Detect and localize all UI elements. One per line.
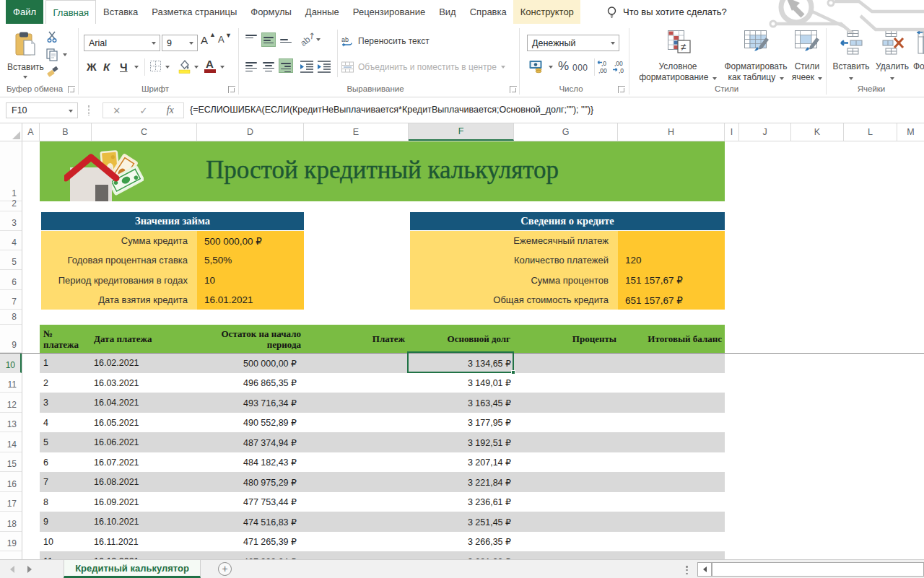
cell-balance[interactable]: 477 753,44 ₽ [197,492,304,512]
font-name-combo[interactable]: Arial [84,35,160,51]
hscroll-left-arrow[interactable] [697,562,712,577]
cell-num[interactable]: 11 [40,551,92,559]
comma-style-button[interactable]: 000 [572,63,588,73]
orientation-caret[interactable] [316,38,321,41]
loan-summary-value-3[interactable]: 651 157,67 ₽ [618,290,725,310]
cell-date[interactable]: 16.11.2021 [92,532,197,551]
copy-icon[interactable] [46,48,59,61]
name-box[interactable]: F10 [6,102,78,118]
row-header-16[interactable]: 16 [0,472,22,492]
name-box-splitter[interactable] [88,105,90,115]
row-header-5[interactable]: 5 [0,250,22,270]
cell-principal[interactable]: 3 266,35 ₽ [409,532,514,551]
column-header-F[interactable]: F [409,123,514,141]
align-right-icon[interactable] [279,58,293,73]
fill-color-caret[interactable] [194,66,199,69]
wrap-text-button[interactable]: ab Переносить текст [341,34,430,48]
format-cells-button[interactable]: Фор [913,28,924,95]
cell-num[interactable]: 6 [40,452,92,472]
cell-num[interactable]: 4 [40,413,92,432]
orientation-icon[interactable]: ab↗ [298,30,318,48]
cell-num[interactable]: 1 [40,353,92,373]
cell-balance[interactable]: 500 000,00 ₽ [197,353,304,373]
column-header-I[interactable]: I [725,123,739,141]
column-header-E[interactable]: E [304,123,409,141]
row-header-18[interactable]: 18 [0,512,22,532]
cell-principal[interactable]: 3 207,14 ₽ [409,452,514,472]
percent-style-button[interactable]: % [558,59,569,74]
row-header-2[interactable]: 2 [0,201,22,211]
row-header-10[interactable]: 10 [0,353,22,373]
cell-balance[interactable]: 490 552,89 ₽ [197,413,304,432]
row-header-14[interactable]: 14 [0,432,22,452]
enter-icon[interactable]: ✓ [139,105,147,116]
cell-date[interactable]: 16.08.2021 [92,472,197,492]
ribbon-tab-разметка-страницы[interactable]: Разметка страницы [145,0,244,24]
cell-num[interactable]: 10 [40,532,92,551]
cell-principal[interactable]: 3 192,51 ₽ [409,432,514,452]
loan-values-value-0[interactable]: 500 000,00 ₽ [197,231,304,250]
row-header-15[interactable]: 15 [0,452,22,472]
row-header-9[interactable]: 9 [0,325,22,353]
row-header-6[interactable]: 6 [0,270,22,290]
new-sheet-button[interactable]: + [218,562,232,576]
row-header-19[interactable]: 19 [0,532,22,551]
row-header-4[interactable]: 4 [0,231,22,250]
cell-principal[interactable]: 3 281,32 ₽ [409,551,514,559]
underline-caret[interactable] [134,66,139,69]
ribbon-tab-конструктор[interactable]: Конструктор [513,0,580,24]
font-color-icon[interactable]: А [206,58,214,70]
row-header-11[interactable]: 11 [0,373,22,393]
font-color-caret[interactable] [220,66,225,69]
cell-principal[interactable]: 3 177,95 ₽ [409,413,514,432]
column-header-H[interactable]: H [618,123,725,141]
number-dialog-launcher[interactable] [618,86,625,93]
number-format-combo[interactable]: Денежный [527,35,619,51]
align-bottom-icon[interactable] [279,32,293,47]
column-header-J[interactable]: J [739,123,791,141]
sheet-area[interactable]: Простой кредитный калькуляторЗначения за… [22,141,924,559]
font-size-combo[interactable]: 9 [162,35,198,51]
cell-balance[interactable]: 467 999,04 ₽ [197,551,304,559]
cell-principal[interactable]: 3 221,84 ₽ [409,472,514,492]
decrease-font-icon[interactable]: А▼ [218,34,225,45]
cell-principal[interactable]: 3 149,01 ₽ [409,373,514,393]
tab-bar-resize-handle[interactable] [686,564,688,576]
cell-date[interactable]: 16.06.2021 [92,432,197,452]
row-header-8[interactable]: 8 [0,310,22,325]
cell-balance[interactable]: 487 374,94 ₽ [197,432,304,452]
column-header-L[interactable]: L [844,123,897,141]
sheet-nav-right-icon[interactable] [27,566,32,573]
loan-summary-value-2[interactable]: 151 157,67 ₽ [618,270,725,290]
cell-date[interactable]: 16.03.2021 [92,373,197,393]
cell-date[interactable]: 16.10.2021 [92,512,197,532]
decrease-indent-icon[interactable] [300,60,314,73]
cell-principal[interactable]: 3 251,45 ₽ [409,512,514,532]
cancel-icon[interactable]: ✕ [113,105,121,116]
column-header-K[interactable]: K [791,123,844,141]
underline-button[interactable]: Ч [120,61,128,73]
cell-num[interactable]: 3 [40,393,92,413]
alignment-dialog-launcher[interactable] [510,86,517,93]
row-header-7[interactable]: 7 [0,290,22,310]
cell-num[interactable]: 2 [40,373,92,393]
cell-num[interactable]: 8 [40,492,92,512]
formula-input[interactable]: {=ЕСЛИОШИБКА(ЕСЛИ(КредитНеВыплачивается*… [190,105,593,115]
ribbon-tab-рецензирование[interactable]: Рецензирование [346,0,432,24]
borders-icon[interactable] [149,60,162,73]
loan-summary-value-0[interactable] [618,231,725,250]
align-center-icon[interactable] [261,58,276,73]
cell-balance[interactable]: 471 265,39 ₽ [197,532,304,551]
column-header-D[interactable]: D [197,123,304,141]
file-tab[interactable]: Файл [6,0,43,24]
column-header-A[interactable]: A [22,123,40,141]
ribbon-tab-вставка[interactable]: Вставка [96,0,144,24]
align-top-icon[interactable] [244,32,258,47]
sheet-tab-active[interactable]: Кредитный калькулятор [64,560,201,578]
font-dialog-launcher[interactable] [228,86,235,93]
tell-me-box[interactable]: Что вы хотите сделать? [606,0,727,24]
increase-font-icon[interactable]: А▲ [201,34,208,46]
borders-caret[interactable] [165,66,170,69]
cell-balance[interactable]: 484 182,43 ₽ [197,452,304,472]
cell-date[interactable]: 16.05.2021 [92,413,197,432]
